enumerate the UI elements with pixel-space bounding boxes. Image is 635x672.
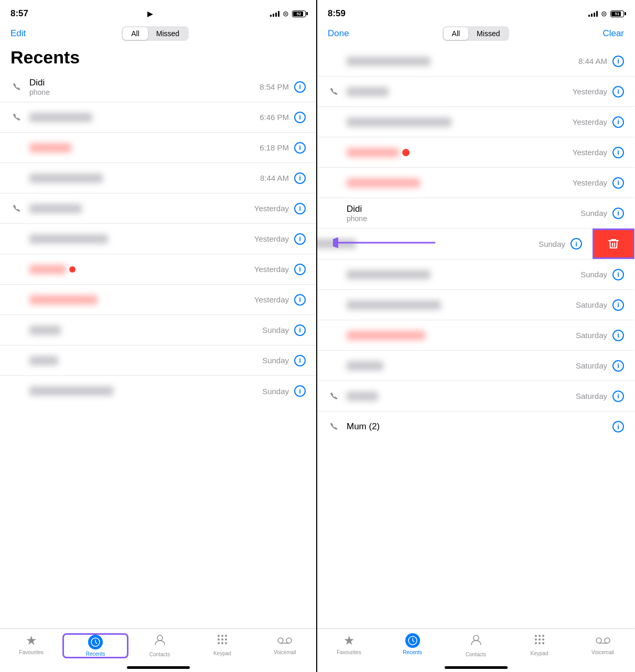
call-item-5[interactable]: Yesterday i (0, 193, 316, 224)
info-button-4[interactable]: i (294, 172, 306, 184)
call-right-r4: Yesterday i (573, 147, 624, 158)
call-item-3[interactable]: 6:18 PM i (0, 133, 316, 163)
info-button-r8[interactable]: i (612, 269, 624, 280)
info-button-r2[interactable]: i (612, 86, 624, 97)
delete-button[interactable] (593, 229, 634, 259)
call-item-2[interactable]: 6:46 PM i (0, 102, 316, 133)
info-button-6[interactable]: i (294, 233, 306, 245)
info-button-9[interactable]: i (294, 324, 306, 336)
call-item-r9[interactable]: Saturday i (317, 290, 634, 320)
call-time-2: 6:46 PM (260, 113, 289, 122)
call-item-r2[interactable]: Yesterday i (317, 77, 634, 107)
info-button-mum[interactable]: i (612, 421, 624, 432)
svg-point-21 (539, 635, 541, 637)
call-item-6[interactable]: Yesterday i (0, 224, 316, 254)
call-right-7: Yesterday i (254, 264, 306, 275)
tab-keypad-right[interactable]: Keypad (508, 633, 571, 656)
info-button-8[interactable]: i (294, 294, 306, 306)
info-button-r11[interactable]: i (612, 360, 624, 372)
keypad-icon-left (216, 633, 229, 649)
svg-point-6 (221, 638, 223, 641)
call-right-r12: Saturday i (576, 391, 624, 402)
call-item-4[interactable]: 8:44 AM i (0, 163, 316, 193)
missed-tab-left[interactable]: Missed (148, 27, 188, 40)
person-icon-right (469, 633, 483, 650)
call-item-didi-left[interactable]: Didi phone 8:54 PM i (0, 72, 316, 102)
tab-contacts-right[interactable]: Contacts (444, 633, 508, 657)
info-button-r4[interactable]: i (612, 147, 624, 158)
call-info-r12 (347, 392, 576, 401)
tab-voicemail-left[interactable]: Voicemail (254, 633, 316, 655)
call-time-4: 8:44 AM (260, 174, 289, 182)
call-item-10[interactable]: Sunday i (0, 345, 316, 376)
clear-button[interactable]: Clear (602, 28, 624, 39)
call-item-r4[interactable]: Yesterday i (317, 137, 634, 168)
svg-point-9 (221, 642, 223, 644)
info-button-r12[interactable]: i (612, 391, 624, 402)
contact-name-r4 (347, 148, 399, 157)
call-right-4: 8:44 AM i (260, 172, 306, 184)
info-button-r5[interactable]: i (612, 177, 624, 189)
call-time-r6: Sunday (580, 209, 607, 218)
right-screen: 8:59 ⊜ 51 Done All Missed Clear (317, 0, 634, 672)
info-button-7[interactable]: i (294, 264, 306, 275)
info-button-5[interactable]: i (294, 203, 306, 214)
contact-name-r5 (347, 178, 420, 188)
info-button-r6[interactable]: i (612, 208, 624, 219)
info-button-10[interactable]: i (294, 355, 306, 366)
info-button-r1[interactable]: i (612, 56, 624, 67)
info-button-r9[interactable]: i (612, 299, 624, 311)
call-item-mum[interactable]: Mum (2) i (317, 411, 634, 442)
svg-point-11 (278, 638, 283, 643)
info-button-2[interactable]: i (294, 112, 306, 123)
swipe-row[interactable]: Sunday i (317, 229, 634, 259)
call-item-r10[interactable]: Saturday i (317, 320, 634, 351)
call-item-r12[interactable]: Saturday i (317, 381, 634, 411)
call-right-8: Yesterday i (254, 294, 306, 306)
call-info-7 (29, 265, 254, 274)
call-item-9[interactable]: Sunday i (0, 315, 316, 345)
call-item-11[interactable]: Sunday i (0, 376, 316, 406)
done-button[interactable]: Done (328, 28, 349, 39)
tab-contacts-left[interactable]: Contacts (128, 633, 191, 657)
info-button-1[interactable]: i (294, 81, 306, 93)
tab-keypad-left[interactable]: Keypad (191, 633, 253, 656)
missed-badge-r4 (402, 149, 410, 156)
nav-bar-left: Edit All Missed (0, 23, 316, 46)
edit-button[interactable]: Edit (10, 28, 26, 39)
call-right-mum: i (612, 421, 624, 432)
tab-favourites-left[interactable]: ★ Favourites (0, 633, 62, 655)
call-item-r3[interactable]: Yesterday i (317, 107, 634, 137)
contact-name-didi-right: Didi (347, 204, 580, 214)
tab-recents-left[interactable]: Recents (62, 633, 128, 658)
call-item-r5[interactable]: Yesterday i (317, 168, 634, 198)
all-tab-right[interactable]: All (444, 27, 469, 40)
tab-voicemail-right[interactable]: Voicemail (571, 633, 634, 655)
svg-point-28 (542, 642, 544, 644)
info-button-3[interactable]: i (294, 142, 306, 154)
person-icon-left (153, 633, 167, 650)
call-item-7[interactable]: Yesterday i (0, 254, 316, 285)
tab-recents-right[interactable]: Recents (381, 633, 444, 655)
call-item-r11[interactable]: Saturday i (317, 351, 634, 381)
call-item-8[interactable]: Yesterday i (0, 285, 316, 315)
info-button-r10[interactable]: i (612, 330, 624, 341)
bar2 (273, 14, 274, 17)
call-right-9: Sunday i (262, 324, 306, 336)
call-time-r12: Saturday (576, 392, 607, 400)
signal-bars-left (270, 10, 279, 17)
info-button-r7[interactable]: i (571, 238, 582, 250)
call-item-didi-right[interactable]: Didi phone Sunday i (317, 198, 634, 229)
missed-tab-right[interactable]: Missed (468, 27, 508, 40)
contact-name-9 (29, 326, 61, 335)
info-button-11[interactable]: i (294, 385, 306, 397)
tab-favourites-right[interactable]: ★ Favourites (317, 633, 381, 655)
call-item-r8[interactable]: Sunday i (317, 259, 634, 290)
info-button-r3[interactable]: i (612, 116, 624, 128)
call-time-8: Yesterday (254, 295, 289, 304)
call-right-11: Sunday i (262, 385, 306, 397)
bar4 (278, 11, 279, 17)
call-item-r1[interactable]: 8:44 AM i (317, 46, 634, 77)
all-tab-left[interactable]: All (123, 27, 148, 40)
contact-name-2 (29, 113, 92, 122)
